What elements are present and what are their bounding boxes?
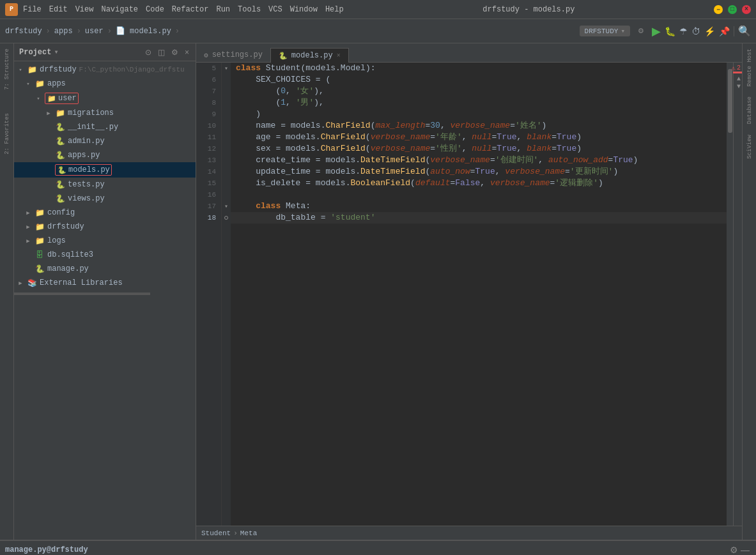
tree-item-admin[interactable]: 🐍 admin.py (14, 134, 196, 148)
expand-icon[interactable]: ▶ (24, 209, 32, 217)
app-logo: P (5, 3, 18, 16)
code-line-8: (1, '男'), (231, 97, 727, 109)
menu-edit[interactable]: Edit (49, 5, 68, 14)
tree-item-user[interactable]: ▾ 📁 user (14, 91, 196, 106)
menu-code[interactable]: Code (146, 5, 164, 14)
settings-tab-icon: ⚙ (204, 51, 208, 59)
terminal-settings-btn[interactable]: ⚙ (729, 544, 739, 556)
code-line-18: db_table = 'student' (231, 212, 727, 224)
tree-item-models[interactable]: 🐍 models.py (14, 162, 196, 178)
terminal-minimize-btn[interactable]: — (739, 544, 751, 556)
expand-icon[interactable]: ▶ (17, 279, 24, 287)
window-title: drfstudy - models.py (344, 5, 714, 14)
tree-item-logs[interactable]: ▶ 📁 logs (14, 234, 196, 248)
tree-label-models: models.py (68, 165, 110, 174)
structure-panel-tab[interactable]: 7: Structure (3, 43, 12, 95)
breadcrumb: drfstudy › apps › user › 📄 models.py › (5, 26, 181, 36)
code-line-16 (231, 189, 727, 201)
database-tab[interactable]: Database (745, 91, 754, 129)
project-collapse-btn[interactable]: ◫ (157, 47, 166, 58)
tree-item-config[interactable]: ▶ 📁 config (14, 206, 196, 220)
tree-label-external: External Libraries (40, 278, 123, 287)
tree-label-migrations: migrations (68, 109, 114, 118)
config-dropdown-icon[interactable]: ▾ (621, 27, 625, 35)
menu-help[interactable]: Help (325, 5, 344, 14)
tree-item-tests[interactable]: 🐍 tests.py (14, 178, 196, 192)
maximize-button[interactable]: □ (728, 5, 737, 14)
menu-navigate[interactable]: Navigate (101, 5, 138, 14)
menu-view[interactable]: View (75, 5, 94, 14)
code-line-10: name = models.CharField(max_length=30, v… (231, 120, 727, 132)
project-scroll-from-source-btn[interactable]: ⊙ (144, 47, 153, 58)
nav-down-arrow[interactable]: ▼ (737, 83, 741, 90)
minimize-button[interactable]: － (714, 5, 723, 14)
expand-icon[interactable]: ▾ (17, 66, 24, 73)
expand-icon[interactable]: ▾ (24, 80, 32, 87)
tree-item-init[interactable]: 🐍 __init__.py (14, 120, 196, 134)
settings-tab-label: settings.py (212, 50, 263, 59)
terminal-title: manage.py@drfstudy (5, 545, 88, 554)
debug-button[interactable]: 🐛 (665, 26, 675, 36)
tree-item-db[interactable]: 🗄 db.sqlite3 (14, 248, 196, 262)
expand-icon[interactable]: ▶ (24, 237, 32, 245)
menu-vcs[interactable]: VCS (268, 5, 282, 14)
tree-item-manage[interactable]: 🐍 manage.py (14, 262, 196, 276)
tree-item-drfstudy-folder[interactable]: ▶ 📁 drfstudy (14, 220, 196, 234)
breadcrumb-file: 📄 models.py (116, 26, 171, 36)
remote-host-tab[interactable]: Remote Host (745, 43, 754, 91)
tree-label-config: config (47, 208, 75, 217)
right-panel-strip: Remote Host Database SciView (742, 43, 756, 540)
config-folder-icon: 📁 (35, 208, 45, 218)
tree-item-appsfile[interactable]: 🐍 apps.py (14, 148, 196, 162)
fold-indicator-17[interactable]: ▾ (222, 201, 231, 212)
menu-file[interactable]: File (23, 5, 42, 14)
expand-icon[interactable]: ▶ (24, 223, 32, 231)
menu-run[interactable]: Run (216, 5, 230, 14)
tree-item-views[interactable]: 🐍 views.py (14, 192, 196, 206)
breadcrumb-project: drfstudy (5, 27, 42, 36)
profile-button[interactable]: ⏱ (691, 26, 700, 36)
tab-models[interactable]: 🐍 models.py × (270, 48, 349, 63)
python-file-icon: 🐍 (55, 136, 65, 146)
tab-settings[interactable]: ⚙ settings.py (196, 47, 270, 62)
editor-scrollbar[interactable] (727, 63, 733, 526)
toolbar-pin-button[interactable]: 📌 (719, 26, 730, 36)
tree-item-apps[interactable]: ▾ 📁 apps (14, 77, 196, 91)
models-tab-close[interactable]: × (337, 52, 341, 59)
bottom-panel-header: manage.py@drfstudy ⚙ — (0, 541, 756, 555)
toolbar-settings-btn[interactable]: ⚙ (634, 24, 648, 38)
models-tab-icon: 🐍 (279, 52, 288, 60)
nav-up-arrow[interactable]: ▲ (737, 75, 741, 82)
expand-icon[interactable]: ▶ (45, 109, 52, 117)
tree-item-external[interactable]: ▶ 📚 External Libraries (14, 276, 196, 290)
tree-item-drfstudy[interactable]: ▾ 📁 drfstudy F:\C_python\Django_drfstu (14, 63, 196, 77)
breadcrumb-meta: Meta (240, 529, 257, 537)
code-content[interactable]: class Student(models.Model): SEX_CHOICES… (231, 63, 727, 526)
project-folder-icon: 📁 (27, 65, 37, 75)
run-button[interactable]: ▶ (652, 24, 661, 38)
python-file-icon: 🐍 (55, 179, 65, 190)
menu-refactor[interactable]: Refactor (172, 5, 209, 14)
tree-label-db: db.sqlite3 (47, 250, 93, 259)
project-dropdown-icon[interactable]: ▾ (54, 47, 58, 57)
scrollbar-thumb[interactable] (728, 69, 732, 133)
search-everywhere-button[interactable]: 🔍 (738, 25, 751, 37)
breakpoint-indicator[interactable] (224, 216, 228, 220)
menu-bar[interactable]: File Edit View Navigate Code Refactor Ru… (23, 5, 344, 14)
tree-item-migrations[interactable]: ▶ 📁 migrations (14, 106, 196, 120)
logs-folder-icon: 📁 (35, 236, 45, 246)
favorites-panel-tab[interactable]: 2: Favorites (3, 108, 12, 160)
force-run-button[interactable]: ⚡ (704, 26, 715, 36)
editor-breadcrumb: Student › Meta (196, 526, 742, 540)
sciview-tab[interactable]: SciView (745, 130, 754, 164)
menu-tools[interactable]: Tools (238, 5, 261, 14)
expand-icon[interactable]: ▾ (35, 95, 42, 102)
breadcrumb-apps: apps (54, 27, 73, 36)
menu-window[interactable]: Window (290, 5, 318, 14)
project-settings-btn[interactable]: ⚙ (170, 47, 180, 58)
tree-label-admin: admin.py (68, 137, 105, 146)
close-button[interactable]: × (742, 5, 751, 14)
coverage-button[interactable]: ☂ (679, 26, 688, 36)
project-close-btn[interactable]: × (183, 47, 190, 58)
fold-indicator-5[interactable]: ▾ (222, 63, 231, 74)
